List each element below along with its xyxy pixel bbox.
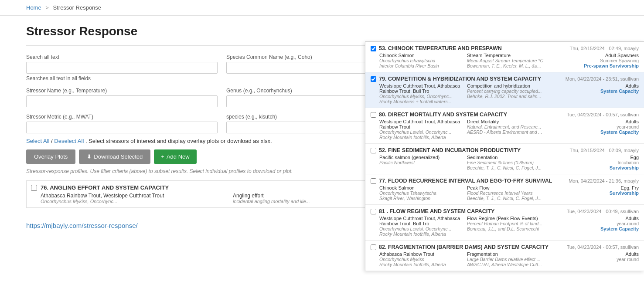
panel-life-stage: Egg <box>555 155 639 160</box>
panel-stressor-ref: Beechie, T. J., C. Nicol, C. Fogel, J... <box>467 196 551 201</box>
panel-body: Westslope Cutthroat Trout, Athabasca Rai… <box>371 216 639 237</box>
panel-category-col: Egg, Fry Survivorship <box>555 185 639 201</box>
stressor-name-label: Stressor Name (e.g., Temperature) <box>26 88 218 94</box>
panel-stressor-ref: AESRD - Alberta Environment and ... <box>467 129 551 135</box>
panel-region: Rocky Mountain foothills, Alberta <box>379 231 463 237</box>
panel-season: year-round <box>555 124 639 129</box>
panel-stressor-detail: Mean August Stream Temperature °C <box>467 58 551 63</box>
result-species: Athabasca Rainbow Trout, Westslope Cutth… <box>41 193 228 199</box>
panel-stressor-col: Flow Regime (Peak Flow Events) Percent H… <box>467 216 551 237</box>
panel-life-stage: Adults <box>555 251 639 257</box>
panel-species-col: Athabasca Rainbow Trout Oncorhynchus Myk… <box>379 251 463 267</box>
result-species-col: Athabasca Rainbow Trout, Westslope Cutth… <box>41 193 228 204</box>
panel-date: Thu, 02/15/2024 - 02:49 <box>570 46 621 51</box>
footer-link[interactable]: https://mjbayly.com/stressor-response/ <box>26 222 138 229</box>
panel-species-scientific: Oncorhynchus Lewisi, Oncorhync... <box>379 226 463 231</box>
panel-species-col: Pacific salmon (generalized) Pacific Nor… <box>379 155 463 170</box>
panel-stressor: Direct Mortality <box>467 119 551 124</box>
panel-title: 81 . FLOW REGIME AND SYSTEM CAPACITY <box>379 208 564 214</box>
panel-checkbox[interactable] <box>371 209 376 214</box>
panel-meta: Tue, 04/23/2024 - 00:57, ssullivan <box>567 112 639 117</box>
panel-region: Rocky Mountain foothills, Alberta <box>379 135 463 140</box>
search-all-text-label: Search all text <box>26 54 218 60</box>
panel-species-col: Chinook Salmon Oncorhynchus tshawytscha … <box>379 53 463 68</box>
panel-date: Mon, 04/22/2024 - 21:36 <box>569 178 621 183</box>
result-checkbox[interactable] <box>31 185 37 191</box>
panel-checkbox[interactable] <box>371 46 376 51</box>
add-icon: + <box>161 153 164 160</box>
breadcrumb-current: Stressor Response <box>53 4 102 11</box>
panel-life-stage: Adult Spawners <box>555 53 639 58</box>
panel-stressor-col: Competition and hybridization Percent ca… <box>467 83 551 104</box>
panel-stressor: Sedimentation <box>467 155 551 160</box>
overlay-panel: 53. CHINOOK TEMPERATURE AND PRESPAWN Thu… <box>365 41 644 271</box>
panel-species-col: Chinook Salmon Oncorhynchus Tshawytscha … <box>379 185 463 201</box>
panel-region: Skagit River, Washington <box>379 196 463 201</box>
panel-body: Athabasca Rainbow Trout Oncorhynchus Myk… <box>371 251 639 267</box>
overlay-plots-button[interactable]: Overlay Plots <box>26 149 75 164</box>
breadcrumb: Home > Stressor Response <box>0 0 644 16</box>
download-selected-button[interactable]: ⬇ Download Selected <box>79 149 150 164</box>
panel-category-col: Adults year-round <box>555 251 639 267</box>
panel-author: ssullivan <box>620 112 639 117</box>
panel-stressor: Fragmentation <box>467 251 551 257</box>
panel-stressor: Competition and hybridization <box>467 83 551 88</box>
deselect-all-link[interactable]: Deselect All <box>54 138 84 144</box>
panel-author: mbayly <box>624 148 639 153</box>
panel-stressor: Flow Regime (Peak Flow Events) <box>467 216 551 221</box>
list-item: 52. FINE SEDIMENT AND INCUBATION PRODUCT… <box>365 144 644 174</box>
panel-item-header: 82. FRAGMENTATION (BARRIER DAMS) AND SYS… <box>371 244 639 250</box>
panel-item-header: 77. FLOOD RECURRENCE INTERVAL AND EGG-TO… <box>371 178 639 184</box>
panel-category-col: Adults year-round System Capacity <box>555 216 639 237</box>
panel-species: Chinook Salmon <box>379 185 463 190</box>
panel-checkbox[interactable] <box>371 178 376 184</box>
panel-date: Mon, 04/22/2024 - 23:51 <box>566 76 618 81</box>
panel-meta: Thu, 02/15/2024 - 02:49, mbayly <box>570 46 639 51</box>
panel-author: mbayly <box>624 178 639 183</box>
download-icon: ⬇ <box>87 153 92 160</box>
panel-stressor-detail: Natural, Entrainment, and Researc... <box>467 124 551 129</box>
stressor-metric-label: Stressor Metric (e.g., MWAT) <box>26 114 218 120</box>
panel-title: 79. COMPETITION & HYBRIDIZATION AND SYST… <box>379 76 563 82</box>
stressor-metric-input[interactable] <box>26 122 218 133</box>
panel-checkbox[interactable] <box>371 112 376 118</box>
panel-meta: Mon, 04/22/2024 - 21:36, mbayly <box>569 178 639 183</box>
stressor-name-input[interactable] <box>26 95 218 107</box>
panel-species-col: Westslope Cutthroat Trout, Athabasca Rai… <box>379 119 463 140</box>
stressor-name-group: Stressor Name (e.g., Temperature) <box>26 88 218 107</box>
panel-life-stage: Adults <box>555 216 639 221</box>
panel-species: Chinook Salmon <box>379 53 463 58</box>
panel-item-header: 53. CHINOOK TEMPERATURE AND PRESPAWN Thu… <box>371 45 639 51</box>
panel-stressor-ref: Beechie, T. J., C. Nicol, C. Fogel, J... <box>467 165 551 170</box>
panel-item-header: 81 . FLOW REGIME AND SYSTEM CAPACITY Tue… <box>371 208 639 214</box>
panel-date: Tue, 04/23/2024 - 00:57 <box>567 112 618 117</box>
panel-date: Tue, 04/23/2024 - 00:57 <box>567 244 618 250</box>
select-all-link[interactable]: Select All <box>26 138 49 144</box>
panel-species-scientific: Oncorhynchus tshawytscha <box>379 58 463 63</box>
panel-title: 53. CHINOOK TEMPERATURE AND PRESPAWN <box>379 45 567 51</box>
panel-species-col: Westslope Cutthroat Trout, Athabasca Rai… <box>379 83 463 104</box>
add-new-button[interactable]: + Add New <box>154 149 196 164</box>
panel-stressor-col: Stream Temperature Mean August Stream Te… <box>467 53 551 68</box>
panel-date: Tue, 04/23/2024 - 00:49 <box>567 209 618 214</box>
panel-checkbox[interactable] <box>371 76 376 82</box>
panel-stressor-ref: Bonneau, J.L., and D.L. Scarnecchi <box>467 226 551 231</box>
panel-author: ssullivan <box>620 209 639 214</box>
download-label: Download Selected <box>94 153 143 160</box>
panel-checkbox[interactable] <box>371 244 376 250</box>
panel-season: year-round <box>555 257 639 262</box>
panel-stressor-detail: Percent Human Footprint % of land... <box>467 221 551 226</box>
link-description: . Select stressors of interest and displ… <box>85 138 272 144</box>
panel-meta: Tue, 04/23/2024 - 00:49, ssullivan <box>567 209 639 214</box>
panel-checkbox[interactable] <box>371 148 376 153</box>
panel-date: Thu, 02/15/2024 - 02:09 <box>570 148 621 153</box>
panel-species: Westslope Cutthroat Trout, Athabasca Rai… <box>379 119 463 129</box>
panel-stressor: Stream Temperature <box>467 53 551 58</box>
panel-category: Pre-spawn Survivorship <box>555 63 639 68</box>
search-all-text-input[interactable] <box>26 62 218 74</box>
page-title: Stressor Response <box>26 24 618 38</box>
panel-category: Survivorship <box>555 190 639 196</box>
breadcrumb-home[interactable]: Home <box>26 4 41 11</box>
panel-item-header: 52. FINE SEDIMENT AND INCUBATION PRODUCT… <box>371 147 639 153</box>
panel-category-col: Adults System Capacity <box>555 83 639 104</box>
